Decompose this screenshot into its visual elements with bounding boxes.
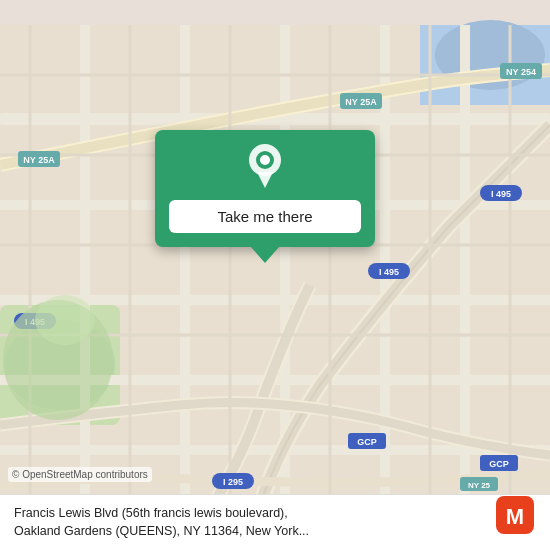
take-me-there-button[interactable]: Take me there: [169, 200, 361, 233]
map-copyright: © OpenStreetMap contributors: [8, 467, 152, 482]
svg-rect-11: [80, 25, 90, 525]
svg-text:NY 25A: NY 25A: [345, 97, 377, 107]
svg-point-47: [35, 295, 95, 345]
svg-text:I 295: I 295: [223, 477, 243, 487]
svg-text:GCP: GCP: [357, 437, 377, 447]
bottom-info-bar: Francis Lewis Blvd (56th francis lewis b…: [0, 494, 550, 550]
address-text: Francis Lewis Blvd (56th francis lewis b…: [14, 505, 536, 540]
svg-text:GCP: GCP: [489, 459, 509, 469]
svg-text:NY 25: NY 25: [468, 481, 491, 490]
location-popup: Take me there: [155, 130, 375, 247]
svg-marker-51: [257, 172, 273, 188]
svg-rect-12: [180, 25, 190, 525]
svg-text:I 495: I 495: [491, 189, 511, 199]
svg-rect-15: [460, 25, 470, 525]
location-pin-icon: [247, 144, 283, 192]
svg-text:I 495: I 495: [379, 267, 399, 277]
moovit-logo: M: [494, 494, 536, 536]
map-container: NY 25A NY 25A NY 254 I 495 I 495 I 495 I…: [0, 0, 550, 550]
popup-arrow: [251, 247, 279, 263]
svg-text:M: M: [506, 504, 524, 529]
svg-point-50: [260, 155, 270, 165]
svg-text:NY 25A: NY 25A: [23, 155, 55, 165]
svg-text:NY 254: NY 254: [506, 67, 536, 77]
